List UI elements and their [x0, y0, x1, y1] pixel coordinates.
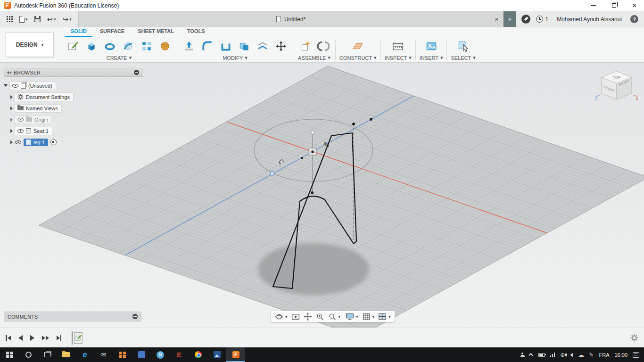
globe-icon[interactable]: ⊕: [560, 352, 565, 358]
mail-button[interactable]: ✉: [94, 347, 113, 362]
assemble-dropdown[interactable]: ASSEMBLE▾: [298, 54, 330, 62]
skip-to-start-button[interactable]: [6, 335, 11, 341]
battery-icon[interactable]: [538, 353, 545, 357]
selected-item-pill[interactable]: leg:1: [24, 139, 48, 146]
tree-item-origin[interactable]: Origin: [4, 115, 142, 124]
skip-to-end-button[interactable]: [57, 335, 62, 341]
move-copy-button[interactable]: [273, 38, 289, 54]
comments-bar[interactable]: COMMENTS: [4, 312, 141, 321]
zoom-button[interactable]: [314, 312, 326, 321]
tree-item-seat[interactable]: Seat:1: [4, 126, 142, 136]
chrome-button[interactable]: [189, 347, 207, 362]
cloud-icon[interactable]: ☁: [578, 352, 584, 358]
construct-dropdown[interactable]: CONSTRUCT▾: [339, 54, 377, 62]
timeline-settings-button[interactable]: [630, 334, 638, 344]
app-blue-button[interactable]: [132, 347, 151, 362]
photos-button[interactable]: [207, 347, 226, 362]
undo-button[interactable]: ↩ ▾: [47, 16, 56, 23]
expander-right-icon[interactable]: [10, 140, 13, 144]
app-e-button[interactable]: E: [170, 347, 189, 362]
task-view-button[interactable]: [38, 347, 57, 362]
revolve-button[interactable]: [102, 38, 118, 54]
browser-header[interactable]: BROWSER: [4, 68, 142, 77]
speaker-icon[interactable]: [570, 353, 573, 357]
clock[interactable]: 16:00: [614, 352, 627, 358]
pattern-button[interactable]: [139, 38, 155, 54]
tree-item-document-settings[interactable]: Document Settings: [4, 92, 142, 102]
tab-sheet-metal[interactable]: SHEET METAL: [132, 27, 180, 37]
look-at-button[interactable]: [290, 312, 301, 321]
coil-button[interactable]: [157, 38, 173, 54]
workspace-selector[interactable]: DESIGN ▾: [6, 33, 54, 57]
collapse-panel-icon[interactable]: [7, 71, 11, 74]
expander-right-icon[interactable]: [10, 107, 13, 110]
expander-down-icon[interactable]: [4, 84, 8, 87]
data-panel-icon[interactable]: [7, 16, 13, 22]
fillet-button[interactable]: [199, 38, 215, 54]
insert-dropdown[interactable]: INSERT▾: [420, 54, 443, 62]
timeline-position-marker[interactable]: [72, 331, 73, 345]
pan-button[interactable]: [302, 312, 314, 321]
new-document-tab-button[interactable]: +: [504, 11, 516, 27]
edge-button[interactable]: e: [75, 347, 94, 362]
tab-solid[interactable]: SOLID: [65, 27, 92, 37]
create-dropdown[interactable]: CREATE▾: [107, 54, 132, 62]
create-sketch-button[interactable]: [65, 38, 81, 54]
step-back-button[interactable]: [18, 335, 23, 341]
offset-face-button[interactable]: [255, 38, 271, 54]
user-account-button[interactable]: Mohamed Ayoub Aissaoui: [557, 16, 622, 23]
origin-manipulator[interactable]: [309, 148, 316, 156]
visibility-eye-icon[interactable]: [15, 140, 21, 144]
visibility-eye-icon[interactable]: [17, 129, 24, 133]
sweep-button[interactable]: [120, 38, 136, 54]
new-component-button[interactable]: [297, 38, 313, 54]
ink-pen-icon[interactable]: ✎: [589, 352, 594, 358]
visibility-eye-icon[interactable]: [17, 118, 24, 122]
zoom-window-button[interactable]: ▾: [327, 312, 342, 321]
tree-item-unsaved[interactable]: (Unsaved): [4, 81, 142, 90]
select-button[interactable]: [455, 38, 471, 54]
insert-button[interactable]: [423, 38, 439, 54]
file-explorer-button[interactable]: [57, 347, 75, 362]
search-button[interactable]: [19, 347, 38, 362]
expander-right-icon[interactable]: [10, 118, 13, 122]
store-button[interactable]: [113, 347, 132, 362]
browser-minimize-icon[interactable]: [134, 70, 139, 75]
people-icon[interactable]: [520, 353, 525, 357]
close-icon[interactable]: ×: [632, 2, 636, 9]
shell-button[interactable]: [218, 38, 234, 54]
tab-close-icon[interactable]: ×: [495, 16, 498, 23]
file-menu-button[interactable]: ▾: [19, 16, 28, 23]
maximize-restore-icon[interactable]: [612, 3, 616, 8]
viewports-button[interactable]: ▾: [377, 312, 392, 321]
expander-right-icon[interactable]: [10, 129, 13, 133]
extensions-button[interactable]: [521, 15, 530, 24]
display-settings-button[interactable]: ▾: [344, 312, 360, 321]
tab-surface[interactable]: SURFACE: [94, 27, 131, 37]
fusion360-taskbar-button[interactable]: F: [226, 347, 245, 362]
inspect-dropdown[interactable]: INSPECT▾: [385, 54, 412, 62]
language-indicator[interactable]: FRA: [599, 352, 609, 358]
add-comment-icon[interactable]: [132, 314, 138, 319]
construct-plane-button[interactable]: [350, 38, 366, 54]
visibility-eye-icon[interactable]: [12, 84, 18, 88]
play-button[interactable]: [30, 335, 34, 341]
help-button[interactable]: ?: [630, 15, 638, 23]
combine-button[interactable]: [236, 38, 252, 54]
tree-item-leg[interactable]: leg:1: [4, 137, 142, 147]
select-dropdown[interactable]: SELECT▾: [451, 54, 475, 62]
tab-tools[interactable]: TOOLS: [182, 27, 211, 37]
press-pull-button[interactable]: [181, 38, 197, 54]
expander-right-icon[interactable]: [10, 95, 13, 99]
document-tab[interactable]: Untitled* ×: [79, 11, 504, 27]
extrude-button[interactable]: [83, 38, 99, 54]
action-center-icon[interactable]: [633, 352, 639, 358]
activate-component-radio-icon[interactable]: [50, 139, 57, 145]
redo-button[interactable]: ↪ ▾: [63, 16, 72, 23]
start-button[interactable]: [0, 347, 19, 362]
orbit-button[interactable]: ▾: [273, 312, 289, 321]
network-icon[interactable]: [550, 353, 555, 357]
job-status-button[interactable]: 1: [536, 16, 548, 23]
step-forward-button[interactable]: [42, 336, 49, 340]
skype-button[interactable]: S: [151, 347, 170, 362]
